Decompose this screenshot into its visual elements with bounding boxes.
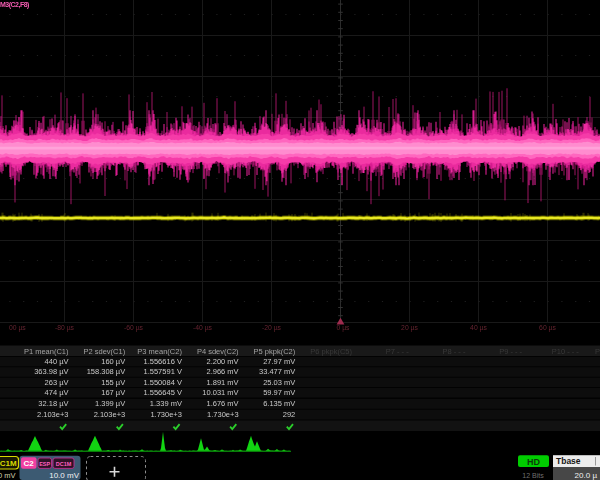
svg-text:Tbase: Tbase	[556, 456, 581, 466]
svg-text:20.0 µ: 20.0 µ	[575, 471, 598, 480]
svg-text:-40 µs: -40 µs	[193, 324, 213, 332]
svg-text:P2 sdev(C1): P2 sdev(C1)	[84, 347, 126, 356]
svg-text:M3(C2,F8): M3(C2,F8)	[0, 1, 29, 9]
svg-text:C2: C2	[24, 459, 35, 468]
svg-text:59.97 mV: 59.97 mV	[263, 388, 295, 397]
svg-text:DC1M: DC1M	[0, 459, 17, 468]
svg-text:1.556645 V: 1.556645 V	[144, 388, 182, 397]
svg-text:0 mV: 0 mV	[0, 471, 16, 480]
svg-text:00 µs: 00 µs	[9, 324, 26, 332]
svg-text:-80 µs: -80 µs	[55, 324, 75, 332]
svg-text:160 µV: 160 µV	[101, 357, 125, 366]
svg-text:27.97 mV: 27.97 mV	[263, 357, 295, 366]
svg-text:10.0 mV: 10.0 mV	[49, 471, 79, 480]
svg-text:440 µV: 440 µV	[45, 357, 69, 366]
svg-text:263 µV: 263 µV	[45, 378, 69, 387]
svg-text:P1 mean(C1): P1 mean(C1)	[24, 347, 69, 356]
svg-text:40 µs: 40 µs	[470, 324, 487, 332]
svg-text:155 µV: 155 µV	[101, 378, 125, 387]
svg-text:363.98 µV: 363.98 µV	[34, 367, 68, 376]
svg-text:33.477 mV: 33.477 mV	[259, 367, 295, 376]
svg-text:25.03 mV: 25.03 mV	[263, 378, 295, 387]
svg-text:DC1M: DC1M	[56, 461, 72, 467]
svg-text:10.031 mV: 10.031 mV	[202, 388, 238, 397]
svg-text:6.135 mV: 6.135 mV	[263, 399, 295, 408]
svg-text:P: P	[595, 347, 600, 356]
svg-text:1.339 mV: 1.339 mV	[150, 399, 182, 408]
svg-text:1.550084 V: 1.550084 V	[144, 378, 182, 387]
svg-text:1.676 mV: 1.676 mV	[206, 399, 238, 408]
svg-text:P6 pkpk(C5): P6 pkpk(C5)	[310, 347, 352, 356]
svg-text:474 µV: 474 µV	[45, 388, 69, 397]
svg-text:20 µs: 20 µs	[401, 324, 418, 332]
svg-text:P4 sdev(C2): P4 sdev(C2)	[197, 347, 239, 356]
svg-text:HD: HD	[527, 457, 540, 467]
svg-text:167 µV: 167 µV	[101, 388, 125, 397]
svg-text:32.18 µV: 32.18 µV	[38, 399, 68, 408]
svg-text:1.730e+3: 1.730e+3	[207, 410, 239, 419]
svg-text:ESP: ESP	[39, 461, 50, 467]
svg-text:1.891 mV: 1.891 mV	[206, 378, 238, 387]
svg-text:60 µs: 60 µs	[539, 324, 556, 332]
svg-text:P3 mean(C2): P3 mean(C2)	[137, 347, 182, 356]
svg-text:P9 - - -: P9 - - -	[499, 347, 522, 356]
svg-text:158.308 µV: 158.308 µV	[87, 367, 126, 376]
svg-text:1.556616 V: 1.556616 V	[144, 357, 182, 366]
svg-text:1.730e+3: 1.730e+3	[150, 410, 182, 419]
svg-text:2.966 mV: 2.966 mV	[206, 367, 238, 376]
svg-text:P8 - - -: P8 - - -	[442, 347, 465, 356]
svg-text:12 Bits: 12 Bits	[522, 472, 544, 479]
svg-text:P5 pkpk(C2): P5 pkpk(C2)	[254, 347, 296, 356]
svg-text:1.399 µV: 1.399 µV	[95, 399, 125, 408]
svg-text:292: 292	[283, 410, 296, 419]
svg-text:-60 µs: -60 µs	[124, 324, 144, 332]
svg-text:2.103e+3: 2.103e+3	[94, 410, 126, 419]
svg-text:2.200 mV: 2.200 mV	[206, 357, 238, 366]
svg-text:-20 µs: -20 µs	[262, 324, 282, 332]
svg-text:0 µs: 0 µs	[337, 324, 351, 332]
svg-text:P10 - - -: P10 - - -	[552, 347, 580, 356]
svg-text:P7 - - -: P7 - - -	[386, 347, 409, 356]
svg-text:1.557591 V: 1.557591 V	[144, 367, 182, 376]
svg-text:2.103e+3: 2.103e+3	[37, 410, 69, 419]
